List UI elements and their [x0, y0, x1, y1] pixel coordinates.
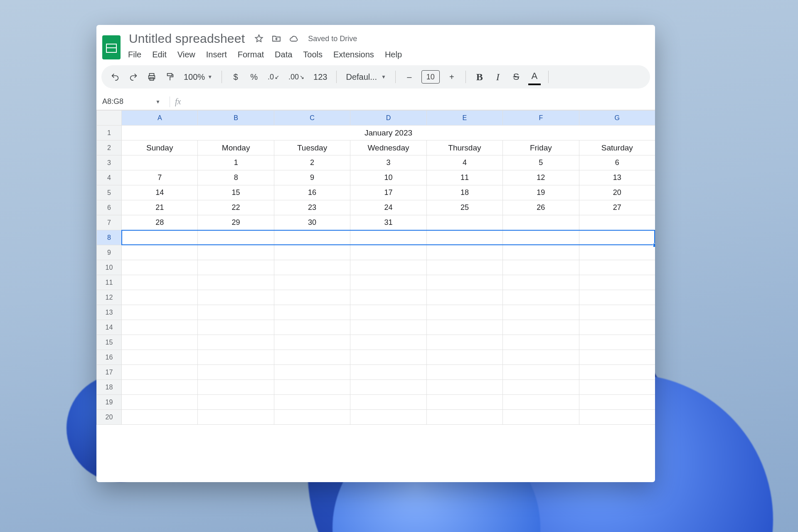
text-color-button[interactable]: A — [528, 69, 541, 84]
cell[interactable]: 11 — [426, 170, 502, 185]
cell[interactable] — [198, 305, 274, 320]
column-header[interactable]: D — [350, 111, 426, 126]
cell[interactable] — [122, 290, 198, 305]
cell[interactable] — [274, 320, 350, 335]
cell[interactable] — [122, 320, 198, 335]
cell[interactable]: 8 — [198, 170, 274, 185]
print-icon[interactable] — [145, 69, 158, 84]
row-header[interactable]: 10 — [97, 260, 122, 275]
cell[interactable] — [503, 365, 579, 380]
menu-data[interactable]: Data — [275, 50, 292, 59]
cell-day-header[interactable]: Thursday — [426, 140, 502, 155]
cell[interactable] — [274, 365, 350, 380]
cell[interactable] — [426, 230, 502, 245]
cell[interactable] — [122, 350, 198, 365]
cell[interactable] — [579, 395, 655, 410]
cell[interactable]: 24 — [350, 200, 426, 215]
cell[interactable]: 30 — [274, 215, 350, 230]
cell[interactable] — [122, 230, 198, 245]
font-size-input[interactable]: 10 — [421, 70, 440, 84]
cell[interactable]: 20 — [579, 185, 655, 200]
cell[interactable]: 10 — [350, 170, 426, 185]
cell[interactable] — [198, 365, 274, 380]
italic-button[interactable]: I — [492, 69, 504, 84]
currency-format-button[interactable]: $ — [229, 69, 242, 84]
cell[interactable] — [426, 290, 502, 305]
cell[interactable]: 27 — [579, 200, 655, 215]
menu-help[interactable]: Help — [385, 50, 402, 59]
row-header[interactable]: 11 — [97, 275, 122, 290]
cell[interactable] — [503, 230, 579, 245]
cell[interactable] — [198, 275, 274, 290]
row-header[interactable]: 8 — [97, 230, 122, 245]
cell[interactable] — [122, 410, 198, 425]
cell[interactable] — [426, 350, 502, 365]
cell[interactable] — [122, 305, 198, 320]
cell[interactable] — [274, 395, 350, 410]
cell[interactable] — [198, 380, 274, 395]
cell[interactable] — [350, 260, 426, 275]
cell[interactable] — [426, 275, 502, 290]
row-header[interactable]: 20 — [97, 410, 122, 425]
row-header[interactable]: 18 — [97, 380, 122, 395]
menu-tools[interactable]: Tools — [303, 50, 323, 59]
redo-icon[interactable] — [127, 69, 140, 84]
cell[interactable] — [350, 305, 426, 320]
cell[interactable] — [579, 410, 655, 425]
cell[interactable] — [426, 215, 502, 230]
cell[interactable]: 19 — [503, 185, 579, 200]
cell[interactable] — [426, 245, 502, 260]
cell[interactable] — [122, 275, 198, 290]
menu-view[interactable]: View — [177, 50, 195, 59]
cell-day-header[interactable]: Friday — [503, 140, 579, 155]
cell[interactable]: 15 — [198, 185, 274, 200]
row-header[interactable]: 7 — [97, 215, 122, 230]
cell[interactable] — [198, 230, 274, 245]
cell[interactable] — [350, 350, 426, 365]
cell[interactable] — [503, 410, 579, 425]
name-box[interactable]: A8:G8 ▼ — [102, 97, 165, 106]
cell[interactable] — [503, 275, 579, 290]
cell[interactable] — [579, 350, 655, 365]
cell[interactable]: 5 — [503, 155, 579, 170]
cell[interactable] — [122, 245, 198, 260]
row-header[interactable]: 15 — [97, 335, 122, 350]
cell[interactable] — [274, 305, 350, 320]
move-to-folder-icon[interactable] — [271, 34, 281, 44]
cell[interactable]: 26 — [503, 200, 579, 215]
select-all-corner[interactable] — [97, 111, 122, 126]
cell-day-header[interactable]: Tuesday — [274, 140, 350, 155]
cell[interactable] — [503, 320, 579, 335]
menu-insert[interactable]: Insert — [206, 50, 227, 59]
cell[interactable] — [350, 230, 426, 245]
cell[interactable] — [274, 410, 350, 425]
cell[interactable]: 25 — [426, 200, 502, 215]
cell[interactable] — [122, 380, 198, 395]
column-header[interactable]: F — [503, 111, 579, 126]
cell[interactable] — [503, 260, 579, 275]
cell[interactable] — [274, 290, 350, 305]
row-header[interactable]: 16 — [97, 350, 122, 365]
cell[interactable] — [198, 410, 274, 425]
cell[interactable] — [274, 380, 350, 395]
cell[interactable] — [274, 230, 350, 245]
row-header[interactable]: 4 — [97, 170, 122, 185]
row-header[interactable]: 13 — [97, 305, 122, 320]
cell[interactable] — [350, 245, 426, 260]
cell[interactable]: 13 — [579, 170, 655, 185]
font-family-select[interactable]: Defaul... ▼ — [344, 69, 387, 84]
cell[interactable]: 12 — [503, 170, 579, 185]
number-format-123-button[interactable]: 123 — [312, 69, 329, 84]
column-header[interactable]: C — [274, 111, 350, 126]
cell[interactable] — [274, 260, 350, 275]
cell[interactable]: 21 — [122, 200, 198, 215]
row-header[interactable]: 5 — [97, 185, 122, 200]
cell[interactable] — [579, 215, 655, 230]
menu-extensions[interactable]: Extensions — [333, 50, 374, 59]
row-header[interactable]: 19 — [97, 395, 122, 410]
cell[interactable] — [198, 320, 274, 335]
column-header[interactable]: E — [426, 111, 502, 126]
cell[interactable] — [350, 290, 426, 305]
zoom-select[interactable]: 100% ▼ — [182, 69, 214, 84]
cell-day-header[interactable]: Sunday — [122, 140, 198, 155]
